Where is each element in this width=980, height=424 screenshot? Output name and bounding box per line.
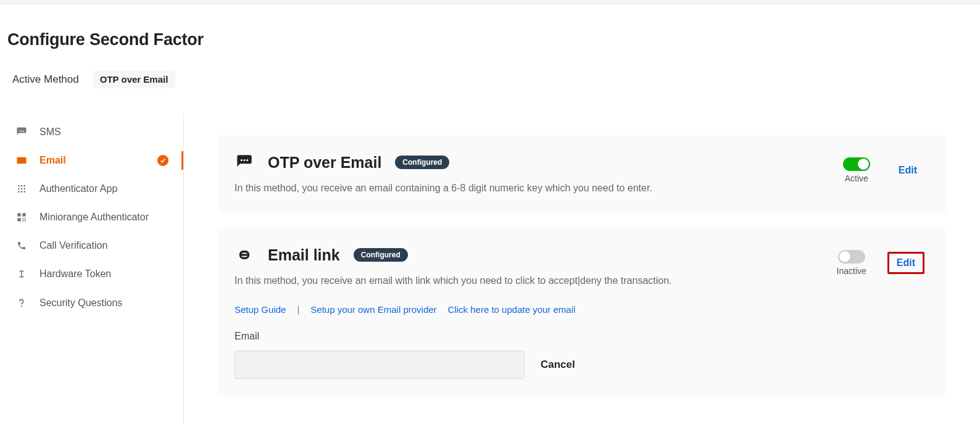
svg-point-6: [18, 188, 20, 190]
links-row: Setup Guide | Setup your own Email provi…: [235, 304, 575, 315]
configured-badge: Configured: [354, 248, 408, 262]
sms-icon: [15, 127, 28, 138]
svg-point-4: [21, 185, 23, 187]
card-email-link: Email link Configured In this method, yo…: [217, 228, 947, 396]
svg-rect-12: [17, 213, 20, 216]
card-description: In this method, you receive an email con…: [235, 181, 818, 196]
content-area: OTP over Email Configured In this method…: [184, 113, 980, 424]
sidebar-item-label: Hardware Token: [39, 268, 111, 280]
link-icon: [235, 245, 254, 265]
inactive-toggle[interactable]: [838, 250, 865, 264]
svg-point-11: [23, 191, 25, 193]
svg-point-7: [21, 188, 23, 190]
sidebar-item-label: Authenticator App: [39, 183, 117, 194]
sidebar-item-label: Email: [39, 155, 66, 166]
svg-rect-16: [25, 218, 26, 219]
active-method-label: Active Method: [12, 73, 79, 86]
check-icon: [157, 155, 168, 166]
card-otp-over-email: OTP over Email Configured In this method…: [217, 135, 947, 213]
svg-point-10: [21, 191, 23, 193]
svg-point-20: [243, 159, 245, 161]
active-method-value: OTP over Email: [93, 70, 176, 88]
svg-point-3: [18, 185, 20, 187]
question-icon: [15, 297, 28, 309]
sidebar: SMS Email Authenticator App Miniorange A…: [0, 113, 184, 424]
grid-icon: [15, 184, 28, 194]
setup-own-provider-link[interactable]: Setup your own Email provider: [310, 304, 436, 315]
svg-point-0: [19, 131, 20, 132]
svg-rect-13: [22, 213, 25, 216]
active-toggle[interactable]: [843, 157, 870, 171]
sidebar-item-miniorange-authenticator[interactable]: Miniorange Authenticator: [0, 203, 183, 231]
card-title: Email link: [268, 246, 340, 264]
sidebar-item-call-verification[interactable]: Call Verification: [0, 231, 183, 260]
svg-point-9: [18, 191, 20, 193]
sidebar-item-security-questions[interactable]: Security Questions: [0, 288, 183, 318]
setup-guide-link[interactable]: Setup Guide: [235, 304, 286, 315]
svg-point-5: [23, 185, 25, 187]
token-icon: [15, 269, 28, 279]
svg-rect-14: [17, 218, 20, 221]
window-top-strip: [0, 0, 980, 4]
sidebar-item-label: Miniorange Authenticator: [39, 212, 149, 223]
edit-button[interactable]: Edit: [887, 252, 924, 274]
toggle-state-label: Active: [845, 173, 868, 183]
edit-button[interactable]: Edit: [891, 161, 924, 180]
sidebar-item-authenticator-app[interactable]: Authenticator App: [0, 175, 183, 203]
sidebar-item-label: SMS: [39, 127, 61, 138]
svg-point-8: [23, 188, 25, 190]
sidebar-item-hardware-token[interactable]: Hardware Token: [0, 260, 183, 288]
svg-point-19: [241, 159, 243, 161]
update-email-link[interactable]: Click here to update your email: [448, 304, 576, 315]
phone-icon: [15, 241, 28, 251]
links-separator: |: [297, 304, 299, 315]
email-icon: [15, 156, 28, 165]
configured-badge: Configured: [395, 156, 449, 169]
page-title: Configure Second Factor: [7, 30, 968, 49]
svg-point-1: [21, 131, 22, 132]
sidebar-item-label: Call Verification: [39, 240, 107, 251]
sidebar-item-email[interactable]: Email: [0, 146, 183, 175]
sidebar-item-label: Security Questions: [39, 297, 122, 309]
email-input[interactable]: [235, 351, 525, 379]
svg-rect-17: [22, 220, 23, 222]
message-icon: [235, 152, 254, 172]
svg-point-21: [246, 159, 248, 161]
cancel-button[interactable]: Cancel: [541, 359, 575, 371]
page-header: Configure Second Factor Active Method OT…: [0, 4, 980, 88]
card-title: OTP over Email: [268, 154, 381, 172]
svg-rect-15: [22, 218, 23, 219]
svg-point-2: [23, 131, 24, 132]
active-method-row: Active Method OTP over Email: [7, 70, 968, 88]
card-description: In this method, you receive an email wit…: [235, 273, 812, 288]
toggle-state-label: Inactive: [837, 266, 866, 276]
email-section: Email Cancel: [235, 331, 575, 379]
svg-rect-18: [25, 220, 26, 222]
qr-icon: [15, 212, 28, 222]
sidebar-item-sms[interactable]: SMS: [0, 118, 183, 146]
email-label: Email: [235, 331, 575, 342]
